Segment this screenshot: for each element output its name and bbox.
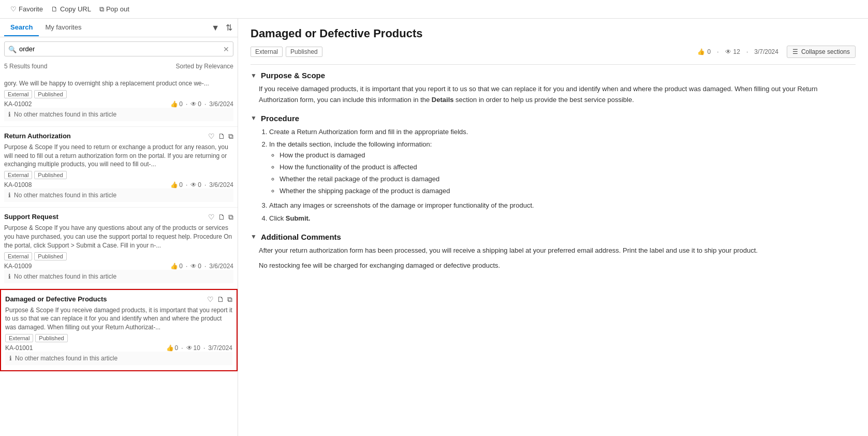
likes-stat: 👍 0 xyxy=(170,100,183,108)
filter-icon[interactable]: ▼ xyxy=(210,22,220,34)
list-item: Return Authorization ♡ 🗋 ⧉ Purpose & Sco… xyxy=(0,127,238,208)
result-stats: 👍 0 · 👁 0 · 3/6/2024 xyxy=(170,100,233,108)
section-header-procedure[interactable]: ▼ Procedure xyxy=(251,114,856,123)
results-meta: 5 Results found Sorted by Relevance xyxy=(0,61,238,72)
info-icon: ℹ xyxy=(8,111,11,118)
popout-result-icon[interactable]: ⧉ xyxy=(227,295,232,304)
result-header: Damaged or Defective Products ♡ 🗋 ⧉ xyxy=(5,295,232,304)
result-tags: External Published xyxy=(4,90,233,98)
sort-icon[interactable]: ⇅ xyxy=(225,22,233,34)
result-snippet: Purpose & Scope If you need to return or… xyxy=(4,143,233,169)
search-input[interactable] xyxy=(4,41,233,56)
right-panel: Damaged or Defective Products External P… xyxy=(238,19,868,436)
article-header: Damaged or Defective Products External P… xyxy=(251,27,856,58)
article-tag-external: External xyxy=(251,47,283,57)
views-stat: 👁 0 xyxy=(190,263,201,270)
result-title[interactable]: Damaged or Defective Products xyxy=(5,295,107,303)
copy-result-icon[interactable]: 🗋 xyxy=(218,132,225,141)
heart-icon: ♡ xyxy=(10,5,17,13)
result-date: 3/7/2024 xyxy=(208,344,232,352)
result-footer: KA-01002 👍 0 · 👁 0 · 3/6/2024 xyxy=(4,100,233,108)
article-likes: 👍 0 xyxy=(697,48,711,55)
likes-stat: 👍 0 xyxy=(170,181,183,188)
result-title[interactable]: Support Request xyxy=(4,213,58,221)
section-content-purpose: If you receive damaged products, it is i… xyxy=(251,84,856,106)
procedure-step-4: Click Submit. xyxy=(269,213,856,224)
sub-item-4: Whether the shipping package of the prod… xyxy=(279,186,856,197)
tag-published: Published xyxy=(34,252,66,260)
copy-result-icon[interactable]: 🗋 xyxy=(217,295,224,304)
article-date: 3/7/2024 xyxy=(754,48,778,55)
article-divider xyxy=(251,64,856,65)
popout-result-icon[interactable]: ⧉ xyxy=(228,132,233,141)
list-item: Damaged or Defective Products ♡ 🗋 ⧉ Purp… xyxy=(0,289,238,371)
clear-search-button[interactable]: ✕ xyxy=(223,45,229,53)
result-id: KA-01002 xyxy=(4,100,32,108)
sub-item-3: Whether the retail package of the produc… xyxy=(279,174,856,185)
section-header-purpose[interactable]: ▼ Purpose & Scope xyxy=(251,71,856,80)
result-footer: KA-01009 👍 0 · 👁 0 · 3/6/2024 xyxy=(4,263,233,270)
search-icon: 🔍 xyxy=(8,45,17,53)
procedure-step-2: In the details section, include the foll… xyxy=(269,139,856,196)
section-title-procedure: Procedure xyxy=(261,114,299,123)
result-tags: External Published xyxy=(4,252,233,260)
chevron-down-icon: ▼ xyxy=(251,72,257,79)
tab-favorites[interactable]: My favorites xyxy=(39,19,87,36)
likes-stat: 👍 0 xyxy=(170,263,183,270)
tab-search[interactable]: Search xyxy=(4,19,39,36)
result-title[interactable]: Return Authorization xyxy=(4,132,71,140)
section-additional: ▼ Additional Comments After your return … xyxy=(251,232,856,271)
article-views: 👁 12 xyxy=(725,48,740,55)
result-id: KA-01009 xyxy=(4,263,32,270)
no-match-notice: ℹ No other matches found in this article xyxy=(4,270,233,283)
list-item: Support Request ♡ 🗋 ⧉ Purpose & Scope If… xyxy=(0,208,238,288)
favorite-button[interactable]: ♡ Favorite xyxy=(10,5,43,13)
additional-para-1: After your return authorization form has… xyxy=(259,245,856,256)
copy-icon: 🗋 xyxy=(51,5,58,13)
section-purpose: ▼ Purpose & Scope If you receive damaged… xyxy=(251,71,856,106)
results-list: gory. We will be happy to overnight ship… xyxy=(0,72,238,436)
tabs: Search My favorites xyxy=(4,19,87,36)
collapse-sections-button[interactable]: ☰ Collapse sections xyxy=(787,46,856,58)
article-tags: External Published xyxy=(251,47,322,57)
info-icon: ℹ xyxy=(8,273,11,280)
favorite-result-icon[interactable]: ♡ xyxy=(208,213,215,222)
purpose-paragraph: If you receive damaged products, it is i… xyxy=(259,84,856,106)
tab-bar: Search My favorites ▼ ⇅ xyxy=(0,19,238,37)
additional-para-2: No restocking fee will be charged for ex… xyxy=(259,260,856,271)
section-procedure: ▼ Procedure Create a Return Authorizatio… xyxy=(251,114,856,224)
procedure-sub-list: How the product is damaged How the funct… xyxy=(269,150,856,196)
popout-label: Pop out xyxy=(106,5,129,13)
tag-external: External xyxy=(4,171,32,179)
procedure-step-3: Attach any images or screenshots of the … xyxy=(269,200,856,211)
tag-external: External xyxy=(5,334,33,342)
section-content-procedure: Create a Return Authorization form and f… xyxy=(251,127,856,224)
result-actions: ♡ 🗋 ⧉ xyxy=(207,295,232,304)
favorite-result-icon[interactable]: ♡ xyxy=(207,295,214,304)
procedure-list: Create a Return Authorization form and f… xyxy=(259,127,856,224)
tag-external: External xyxy=(4,252,32,260)
views-stat: 👁 10 xyxy=(186,344,200,352)
sub-item-1: How the product is damaged xyxy=(279,150,856,161)
popout-result-icon[interactable]: ⧉ xyxy=(228,213,233,222)
result-tags: External Published xyxy=(4,171,233,179)
tag-published: Published xyxy=(35,334,67,342)
popout-button[interactable]: ⧉ Pop out xyxy=(99,5,129,13)
list-item: gory. We will be happy to overnight ship… xyxy=(0,72,238,127)
result-date: 3/6/2024 xyxy=(209,100,233,108)
procedure-step-1: Create a Return Authorization form and f… xyxy=(269,127,856,138)
copy-result-icon[interactable]: 🗋 xyxy=(218,213,225,222)
result-footer: KA-01008 👍 0 · 👁 0 · 3/6/2024 xyxy=(4,181,233,188)
result-date: 3/6/2024 xyxy=(209,263,233,270)
section-header-additional[interactable]: ▼ Additional Comments xyxy=(251,232,856,241)
popout-icon: ⧉ xyxy=(99,5,104,13)
tab-icons: ▼ ⇅ xyxy=(210,22,233,34)
result-header: Return Authorization ♡ 🗋 ⧉ xyxy=(4,132,233,141)
copy-url-button[interactable]: 🗋 Copy URL xyxy=(51,5,91,13)
result-header: Support Request ♡ 🗋 ⧉ xyxy=(4,213,233,222)
favorite-result-icon[interactable]: ♡ xyxy=(208,132,215,141)
result-stats: 👍 0 · 👁 0 · 3/6/2024 xyxy=(170,263,233,270)
section-title-additional: Additional Comments xyxy=(261,232,341,241)
result-actions: ♡ 🗋 ⧉ xyxy=(208,213,233,222)
section-title-purpose: Purpose & Scope xyxy=(261,71,325,80)
